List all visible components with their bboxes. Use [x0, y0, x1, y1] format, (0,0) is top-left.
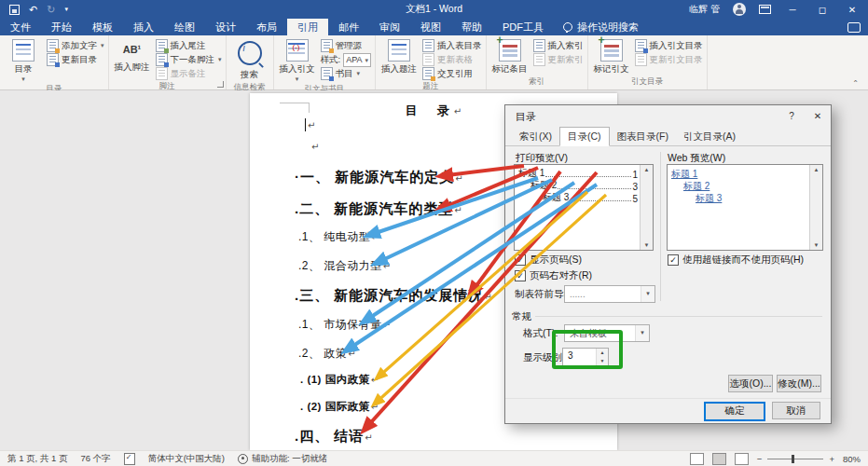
dialog-tab-figures[interactable]: 图表目录(F) [610, 128, 676, 145]
scroll-up-icon[interactable]: ▲ [814, 167, 820, 172]
undo-icon[interactable]: ↶ [29, 0, 37, 19]
zoom-slider-thumb[interactable] [792, 455, 794, 463]
tell-me-label: 操作说明搜索 [577, 21, 639, 34]
add-text-button[interactable]: 添加文字▾ [47, 39, 104, 52]
ok-button[interactable]: 确定 [704, 402, 765, 421]
zoom-in-button[interactable]: + [829, 454, 834, 464]
collapse-ribbon-icon[interactable]: ⌃ [852, 79, 859, 88]
bibliography-button[interactable]: 书目▾ [321, 67, 372, 80]
tab-review[interactable]: 审阅 [369, 19, 410, 35]
toc-line-7: .2、 政策↵ [298, 346, 356, 362]
tab-insert[interactable]: 插入 [123, 19, 164, 35]
cross-reference-button[interactable]: 交叉引用 [422, 67, 482, 80]
insert-endnote-button[interactable]: 插入尾注 [156, 39, 222, 52]
toc-icon [12, 39, 34, 62]
update-toc-icon [47, 53, 59, 66]
dialog-tab-index[interactable]: 索引(X) [512, 128, 559, 145]
print-preview-box[interactable]: 标题 11 标题 23 标题 35 ▲▼ [514, 164, 654, 251]
scroll-down-icon[interactable]: ▼ [814, 242, 820, 248]
update-toc-button[interactable]: 更新目录 [47, 53, 104, 66]
word-count[interactable]: 76 个字 [80, 453, 110, 465]
web-preview-label: Web 预览(W) [668, 152, 725, 165]
checkbox-use-hyperlinks[interactable]: ✓使用超链接而不使用页码(H) [668, 254, 804, 267]
next-footnote-icon [156, 53, 168, 66]
dialog-title: 目录 [516, 110, 536, 124]
insert-citation-button[interactable]: 插入引文▾ [278, 38, 317, 83]
print-preview-entry: 标题 35 [518, 192, 638, 204]
tab-view[interactable]: 视图 [410, 19, 451, 35]
zoom-level[interactable]: 80% [843, 454, 861, 464]
print-preview-scrollbar[interactable]: ▲▼ [640, 165, 653, 250]
proofing-icon[interactable] [124, 453, 135, 465]
scroll-up-icon[interactable]: ▲ [644, 167, 650, 172]
paragraph-mark: ↵ [308, 120, 315, 130]
maximize-button[interactable]: ◻ [814, 5, 831, 15]
comment-icon[interactable] [847, 22, 861, 33]
tab-template[interactable]: 模板 [82, 19, 123, 35]
tab-draw[interactable]: 绘图 [164, 19, 205, 35]
user-name[interactable]: 临辉 管 [689, 3, 720, 16]
web-layout-icon[interactable] [735, 453, 749, 465]
insert-footnote-icon: AB¹ [122, 39, 143, 60]
dialog-tab-strip: 索引(X) 目录(C) 图表目录(F) 引文目录(A) [505, 128, 831, 146]
tab-leader-select[interactable]: ......▾ [564, 285, 655, 303]
checkbox-right-align[interactable]: ✓页码右对齐(R) [515, 269, 592, 282]
modify-button[interactable]: 修改(M)... [777, 375, 821, 392]
accessibility-status[interactable]: 辅助功能: 一切就绪 [238, 453, 327, 465]
close-button[interactable]: ✕ [844, 5, 861, 15]
dialog-tab-authorities[interactable]: 引文目录(A) [676, 128, 743, 145]
insert-caption-button[interactable]: 插入题注 [379, 38, 419, 75]
tab-mailings[interactable]: 邮件 [328, 19, 369, 35]
checkbox-icon: ✓ [515, 270, 526, 281]
insert-table-of-figures-button[interactable]: 插入表目录 [422, 39, 482, 52]
minimize-button[interactable]: ─ [784, 5, 801, 15]
search-button[interactable]: 搜索 [230, 38, 269, 81]
options-button[interactable]: 选项(O)... [728, 375, 773, 392]
dialog-help-button[interactable]: ? [778, 105, 805, 128]
paragraph-mark: ↵ [311, 142, 319, 152]
ribbon-display-options-icon[interactable] [759, 5, 771, 14]
ribbon: 目录▾ 添加文字▾ 更新目录 目录 AB¹ 插入脚注 插入尾注 下一条脚注▾ 显… [0, 35, 868, 90]
toc-dialog: 目录 ? ✕ 索引(X) 目录(C) 图表目录(F) 引文目录(A) 打印预览(… [504, 104, 832, 424]
footnotes-dialog-launcher-icon[interactable] [217, 81, 224, 88]
toc-line-5: .三、 新能源汽车的发展情况↵ [295, 287, 492, 305]
tab-layout[interactable]: 布局 [246, 19, 287, 35]
insert-table-of-authorities-button[interactable]: 插入引文目录 [635, 39, 703, 52]
web-preview-scrollbar[interactable]: ▲▼ [809, 165, 822, 250]
language-indicator[interactable]: 简体中文(中国大陆) [148, 453, 225, 465]
manage-sources-button[interactable]: 管理源 [321, 39, 372, 52]
page-indicator[interactable]: 第 1 页, 共 1 页 [7, 453, 67, 465]
dialog-title-bar[interactable]: 目录 ? ✕ [505, 105, 831, 128]
insert-index-button[interactable]: 插入索引 [533, 39, 584, 52]
zoom-slider[interactable] [767, 459, 823, 459]
dialog-close-button[interactable]: ✕ [805, 105, 831, 128]
tab-home[interactable]: 开始 [41, 19, 82, 35]
next-footnote-button[interactable]: 下一条脚注▾ [156, 53, 222, 66]
checkbox-show-page-numbers[interactable]: ✓显示页码(S) [515, 254, 582, 267]
tab-references[interactable]: 引用 [287, 19, 328, 35]
tab-design[interactable]: 设计 [205, 19, 246, 35]
print-layout-icon[interactable] [712, 453, 726, 465]
insert-footnote-button[interactable]: AB¹ 插入脚注 [113, 38, 152, 74]
cancel-button[interactable]: 取消 [772, 402, 820, 419]
update-table-of-authorities-icon [635, 53, 647, 66]
redo-icon[interactable]: ↻ [47, 0, 55, 19]
mark-entry-button[interactable]: 标记条目 [490, 38, 530, 75]
zoom-out-button[interactable]: − [757, 454, 763, 464]
text-cursor [305, 118, 306, 131]
dialog-tab-toc[interactable]: 目录(C) [559, 127, 610, 146]
read-mode-icon[interactable] [690, 453, 704, 465]
tab-help[interactable]: 帮助 [451, 19, 492, 35]
style-select[interactable]: 样式:APA ▾ [321, 53, 372, 66]
avatar[interactable] [733, 3, 746, 16]
mark-citation-button[interactable]: 标记引文 [592, 38, 631, 75]
toc-button[interactable]: 目录▾ [4, 38, 43, 83]
scroll-down-icon[interactable]: ▼ [644, 242, 650, 248]
tab-file[interactable]: 文件 [0, 19, 41, 35]
save-icon[interactable] [9, 5, 20, 15]
web-preview-box[interactable]: 标题 1 标题 2 标题 3 ▲▼ [667, 164, 823, 251]
cross-reference-icon [422, 67, 434, 80]
customize-qat-icon[interactable]: ▾ [64, 0, 68, 19]
show-notes-icon [156, 67, 168, 80]
status-bar: 第 1 页, 共 1 页 76 个字 简体中文(中国大陆) 辅助功能: 一切就绪… [0, 450, 868, 466]
